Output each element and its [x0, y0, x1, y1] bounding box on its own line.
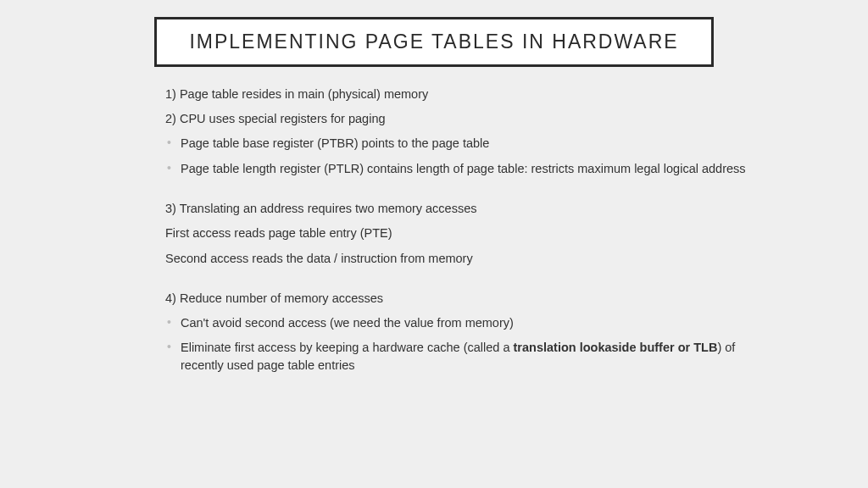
point-3-line-b: Second access reads the data / instructi…: [165, 250, 775, 267]
slide-body: 1) Page table resides in main (physical)…: [0, 67, 868, 374]
point-4-sub-b: Eliminate first access by keeping a hard…: [165, 339, 775, 374]
point-3-line-a: First access reads page table entry (PTE…: [165, 225, 775, 241]
point-1: 1) Page table resides in main (physical)…: [165, 86, 775, 103]
point-4: 4) Reduce number of memory accesses: [165, 290, 775, 307]
point-2: 2) CPU uses special registers for paging: [165, 110, 775, 127]
point-4-sub-a: Can't avoid second access (we need the v…: [165, 314, 775, 331]
point-4b-bold: translation lookaside buffer or TLB: [514, 341, 718, 354]
slide-title: IMPLEMENTING PAGE TABLES IN HARDWARE: [174, 30, 694, 54]
point-3: 3) Translating an address requires two m…: [165, 200, 775, 217]
point-4b-pre: Eliminate first access by keeping a hard…: [181, 341, 514, 354]
point-2-sub-a: Page table base register (PTBR) points t…: [165, 135, 775, 152]
point-2-sub-b: Page table length register (PTLR) contai…: [165, 160, 775, 177]
slide-title-box: IMPLEMENTING PAGE TABLES IN HARDWARE: [154, 17, 714, 67]
